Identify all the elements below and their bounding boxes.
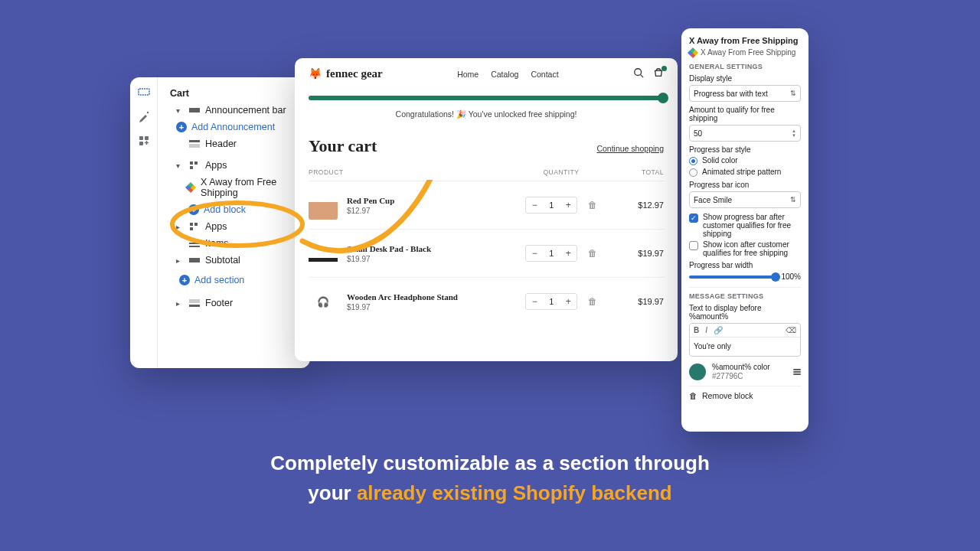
chevron-updown-icon: ⇅ bbox=[790, 90, 796, 97]
amount-input[interactable]: 50 ▲▼ bbox=[689, 125, 801, 142]
section-icon bbox=[188, 298, 201, 308]
cart-row: Red Pen Cup $12.97 − 1 + 🗑 $12.97 bbox=[309, 181, 664, 230]
pbar-icon-select[interactable]: Face Smile ⇅ bbox=[689, 191, 801, 208]
caret-right-icon: ▸ bbox=[176, 256, 184, 265]
trash-icon: 🗑 bbox=[689, 391, 697, 400]
remove-item-icon[interactable]: 🗑 bbox=[588, 248, 597, 259]
svg-rect-17 bbox=[189, 258, 200, 262]
section-general: GENERAL SETTINGS bbox=[689, 63, 801, 70]
svg-rect-6 bbox=[189, 140, 200, 142]
svg-rect-0 bbox=[139, 89, 149, 95]
sections-tab-icon[interactable] bbox=[137, 85, 151, 99]
section-label: Announcement bar bbox=[205, 105, 286, 116]
product-price: $12.97 bbox=[347, 207, 515, 215]
section-icon bbox=[188, 255, 201, 266]
radio-solid-color[interactable]: Solid color bbox=[689, 156, 801, 165]
search-icon[interactable] bbox=[633, 67, 644, 80]
svg-rect-9 bbox=[194, 161, 198, 165]
section-footer[interactable]: ▸ Footer bbox=[165, 295, 304, 311]
store-brand[interactable]: 🦊 fennec gear bbox=[309, 67, 383, 80]
label-amount: Amount to qualify for free shipping bbox=[689, 106, 801, 122]
svg-rect-2 bbox=[139, 136, 143, 140]
block-x-away[interactable]: X Away from Free Shipping bbox=[165, 174, 304, 201]
svg-rect-11 bbox=[190, 223, 193, 226]
pbar-width-slider[interactable] bbox=[689, 276, 776, 279]
qty-minus-button[interactable]: − bbox=[526, 197, 543, 214]
product-name: Wooden Arc Headphone Stand bbox=[347, 292, 515, 302]
svg-rect-19 bbox=[189, 305, 200, 307]
apps-icon bbox=[188, 160, 201, 171]
bold-icon[interactable]: B bbox=[694, 326, 699, 334]
qty-value: 1 bbox=[543, 201, 560, 210]
section-header[interactable]: ▾ Header bbox=[165, 135, 304, 152]
section-items[interactable]: ▸ Items bbox=[165, 235, 304, 252]
continue-shopping-link[interactable]: Continue shopping bbox=[596, 144, 664, 153]
qty-plus-button[interactable]: + bbox=[560, 197, 577, 214]
check-show-icon[interactable]: Show icon after customer qualifies for f… bbox=[689, 240, 801, 257]
radio-stripe[interactable]: Animated stripe pattern bbox=[689, 168, 801, 177]
product-name: Small Desk Pad - Black bbox=[347, 244, 515, 253]
italic-icon[interactable]: I bbox=[705, 326, 707, 334]
quantity-stepper[interactable]: − 1 + bbox=[525, 293, 577, 310]
apps-icon bbox=[188, 221, 201, 232]
number-spinner-icon[interactable]: ▲▼ bbox=[792, 129, 796, 138]
nav-contact[interactable]: Contact bbox=[531, 70, 558, 79]
qty-minus-button[interactable]: − bbox=[526, 293, 543, 310]
section-label: Items bbox=[205, 238, 229, 249]
radio-icon bbox=[689, 168, 697, 177]
settings-title: X Away from Free Shipping bbox=[689, 36, 801, 45]
section-apps-2[interactable]: ▸ Apps bbox=[165, 218, 304, 235]
app-embeds-tab-icon[interactable] bbox=[137, 134, 151, 148]
product-name: Red Pen Cup bbox=[347, 196, 515, 205]
display-style-select[interactable]: Progress bar with text ⇅ bbox=[689, 85, 801, 102]
remove-item-icon[interactable]: 🗑 bbox=[588, 200, 597, 210]
add-section-button[interactable]: + Add section bbox=[165, 272, 304, 289]
add-announcement-button[interactable]: + Add Announcement bbox=[165, 119, 304, 135]
chevron-updown-icon: ⇅ bbox=[790, 196, 796, 204]
nav-catalog[interactable]: Catalog bbox=[491, 70, 518, 79]
link-icon[interactable]: 🔗 bbox=[714, 326, 723, 334]
qty-plus-button[interactable]: + bbox=[560, 245, 577, 262]
svg-rect-15 bbox=[189, 243, 200, 244]
section-subtotal[interactable]: ▸ Subtotal bbox=[165, 252, 304, 269]
section-apps[interactable]: ▾ Apps bbox=[165, 157, 304, 174]
col-total: TOTAL bbox=[607, 168, 664, 176]
clear-format-icon[interactable]: ⌫ bbox=[786, 326, 796, 334]
cart-row: Small Desk Pad - Black $19.97 − 1 + 🗑 $1… bbox=[309, 230, 664, 278]
theme-settings-tab-icon[interactable] bbox=[137, 109, 151, 123]
section-announcement-bar[interactable]: ▾ Announcement bar bbox=[165, 102, 304, 119]
check-show-bar[interactable]: ✓ Show progress bar after customer quali… bbox=[689, 213, 801, 238]
quantity-stepper[interactable]: − 1 + bbox=[525, 197, 577, 214]
add-block-button[interactable]: + Add block bbox=[165, 201, 304, 218]
section-icon bbox=[188, 139, 201, 149]
nav-home[interactable]: Home bbox=[457, 70, 479, 79]
rich-text-editor[interactable]: B I 🔗 ⌫ You're only bbox=[689, 323, 801, 357]
svg-rect-14 bbox=[189, 240, 200, 241]
caret-down-icon: ▾ bbox=[176, 161, 184, 170]
svg-rect-7 bbox=[189, 144, 200, 148]
caret-right-icon: ▸ bbox=[176, 223, 184, 231]
product-thumb bbox=[309, 239, 338, 268]
remove-block-button[interactable]: 🗑 Remove block bbox=[689, 386, 801, 400]
svg-rect-8 bbox=[190, 161, 193, 165]
database-icon[interactable] bbox=[793, 369, 801, 375]
section-label: Header bbox=[205, 139, 237, 149]
remove-item-icon[interactable]: 🗑 bbox=[588, 296, 597, 307]
svg-point-1 bbox=[146, 112, 148, 113]
pbar-width-value: 100% bbox=[781, 272, 801, 281]
qty-plus-button[interactable]: + bbox=[560, 293, 577, 310]
rte-content[interactable]: You're only bbox=[690, 337, 800, 356]
plus-icon: + bbox=[179, 275, 190, 285]
col-product: PRODUCT bbox=[309, 168, 515, 176]
store-nav: Home Catalog Contact bbox=[457, 70, 558, 79]
cart-icon[interactable] bbox=[653, 67, 664, 80]
storefront-preview: 🦊 fennec gear Home Catalog Contact Congr… bbox=[295, 58, 678, 361]
amount-color-picker[interactable]: %amount% color #27796C bbox=[689, 363, 801, 381]
qty-minus-button[interactable]: − bbox=[526, 245, 543, 262]
store-header: 🦊 fennec gear Home Catalog Contact bbox=[309, 67, 664, 88]
quantity-stepper[interactable]: − 1 + bbox=[525, 245, 577, 262]
qty-value: 1 bbox=[543, 297, 560, 306]
cart-title: Your cart bbox=[309, 136, 377, 156]
row-total: $12.97 bbox=[607, 201, 664, 210]
theme-editor-sidebar: Cart ▾ Announcement bar + Add Announceme… bbox=[130, 77, 310, 368]
